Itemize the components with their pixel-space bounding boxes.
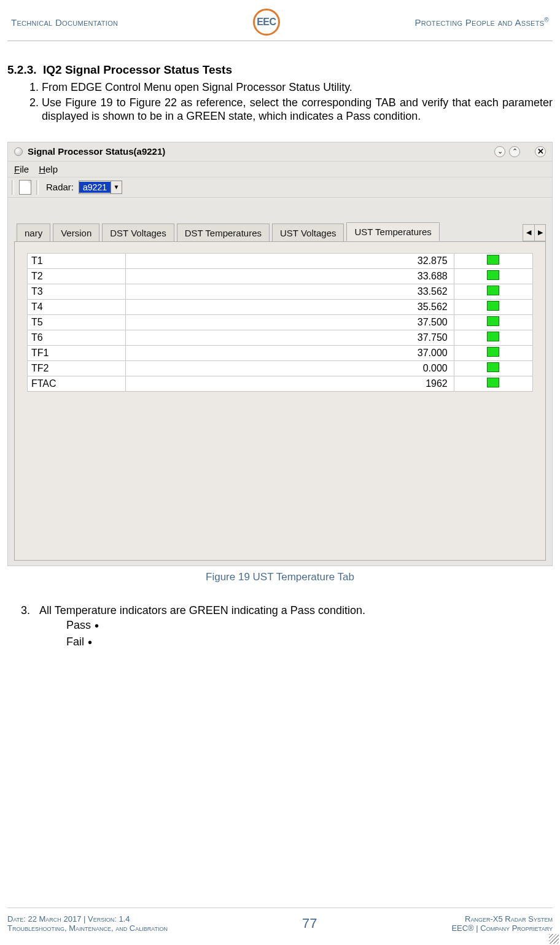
led-icon: [487, 378, 499, 387]
window-icon: [14, 147, 23, 156]
menu-help[interactable]: Help: [39, 164, 58, 174]
pass-label: Pass: [66, 619, 91, 631]
new-doc-icon[interactable]: [19, 180, 31, 195]
menu-bar: File Help: [8, 161, 552, 177]
tab-ust-temperatures[interactable]: UST Temperatures: [346, 222, 439, 241]
toolbar: Radar: a9221 ▼: [8, 177, 552, 198]
data-table: T132.875T233.688T333.562T435.562T537.500…: [27, 253, 533, 392]
table-row: T637.750: [28, 330, 533, 345]
section-heading: 5.2.3.IQ2 Signal Processor Status Tests: [7, 63, 553, 77]
status-indicator: [454, 284, 532, 299]
status-indicator: [454, 253, 532, 268]
footer-proprietary: EEC® | Company Proprietary: [451, 924, 553, 933]
status-indicator: [454, 314, 532, 330]
menu-file[interactable]: File: [14, 164, 29, 174]
param-name: T2: [28, 268, 126, 284]
led-icon: [487, 270, 499, 280]
chevron-down-icon[interactable]: ▼: [111, 181, 122, 193]
fail-label: Fail: [66, 636, 84, 648]
param-name: T1: [28, 253, 126, 268]
resize-handle[interactable]: [549, 934, 559, 944]
table-row: T435.562: [28, 299, 533, 314]
tab-scroll-right[interactable]: ▶: [534, 225, 545, 241]
status-indicator: [454, 360, 532, 376]
led-icon: [487, 347, 499, 357]
radar-select[interactable]: a9221 ▼: [79, 181, 122, 194]
led-icon: [487, 286, 499, 295]
eec-logo: EEC: [253, 9, 280, 36]
step-1: From EDGE Control Menu open Signal Proce…: [42, 80, 553, 95]
figure-caption: Figure 19 UST Temperature Tab: [7, 571, 553, 583]
step-2: Use Figure 19 to Figure 22 as reference,…: [42, 96, 553, 123]
tab-nary[interactable]: nary: [17, 224, 50, 242]
status-indicator: [454, 376, 532, 391]
window-titlebar: Signal Processor Status(a9221) ⌄ ⌃ ✕: [8, 142, 552, 161]
tab-dst-voltages[interactable]: DST Voltages: [102, 224, 174, 242]
led-icon: [487, 332, 499, 341]
status-indicator: [454, 268, 532, 284]
toolbar-separator: [36, 180, 39, 195]
table-row: T333.562: [28, 284, 533, 299]
param-name: T3: [28, 284, 126, 299]
header-right: Protecting People and Assets®: [414, 17, 549, 28]
param-name: T4: [28, 299, 126, 314]
minimize-button[interactable]: ⌄: [494, 146, 505, 157]
procedure-list: From EDGE Control Menu open Signal Proce…: [16, 80, 553, 123]
led-icon: [487, 301, 499, 311]
led-icon: [487, 255, 499, 265]
param-name: TF1: [28, 345, 126, 360]
footer-doc-title: Troubleshooting, Maintenance, and Calibr…: [7, 924, 168, 933]
table-row: T132.875: [28, 253, 533, 268]
status-indicator: [454, 330, 532, 345]
footer-product: Ranger-X5 Radar System: [451, 914, 553, 924]
param-value: 0.000: [126, 360, 454, 376]
param-value: 33.562: [126, 284, 454, 299]
param-name: T6: [28, 330, 126, 345]
pass-fail-block: Pass• Fail•: [66, 617, 553, 650]
signal-processor-window: Signal Processor Status(a9221) ⌄ ⌃ ✕ Fil…: [7, 142, 553, 566]
status-indicator: [454, 345, 532, 360]
step-3: 3.All Temperature indicators are GREEN i…: [21, 604, 553, 617]
tab-dst-temperatures[interactable]: DST Temperatures: [177, 224, 270, 242]
table-row: FTAC1962: [28, 376, 533, 391]
page-footer: Date: 22 March 2017 | Version: 1.4 Troub…: [7, 908, 553, 933]
table-row: TF137.000: [28, 345, 533, 360]
param-name: T5: [28, 314, 126, 330]
page-header: Technical Documentation EEC Protecting P…: [7, 9, 553, 41]
param-value: 37.000: [126, 345, 454, 360]
maximize-button[interactable]: ⌃: [509, 146, 520, 157]
pass-dot-icon: •: [95, 619, 99, 632]
led-icon: [487, 362, 499, 372]
tab-ust-voltages[interactable]: UST Voltages: [272, 224, 344, 242]
window-title: Signal Processor Status(a9221): [28, 146, 165, 157]
table-row: TF20.000: [28, 360, 533, 376]
fail-dot-icon: •: [88, 636, 92, 649]
table-row: T537.500: [28, 314, 533, 330]
param-name: FTAC: [28, 376, 126, 391]
param-value: 32.875: [126, 253, 454, 268]
footer-date-version: Date: 22 March 2017 | Version: 1.4: [7, 914, 168, 924]
tab-strip: naryVersionDST VoltagesDST TemperaturesU…: [17, 222, 546, 241]
header-left: Technical Documentation: [11, 17, 118, 28]
toolbar-separator: [12, 180, 14, 195]
radar-label: Radar:: [46, 182, 74, 192]
page-number: 77: [302, 916, 317, 931]
param-value: 37.750: [126, 330, 454, 345]
tab-scroll: ◀ ▶: [523, 224, 546, 241]
table-row: T233.688: [28, 268, 533, 284]
param-value: 35.562: [126, 299, 454, 314]
led-icon: [487, 316, 499, 326]
tab-scroll-left[interactable]: ◀: [523, 225, 534, 241]
param-value: 37.500: [126, 314, 454, 330]
status-indicator: [454, 299, 532, 314]
param-value: 1962: [126, 376, 454, 391]
tab-version[interactable]: Version: [53, 224, 99, 242]
param-name: TF2: [28, 360, 126, 376]
data-grid-panel: T132.875T233.688T333.562T435.562T537.500…: [14, 241, 546, 561]
param-value: 33.688: [126, 268, 454, 284]
close-button[interactable]: ✕: [535, 146, 546, 157]
